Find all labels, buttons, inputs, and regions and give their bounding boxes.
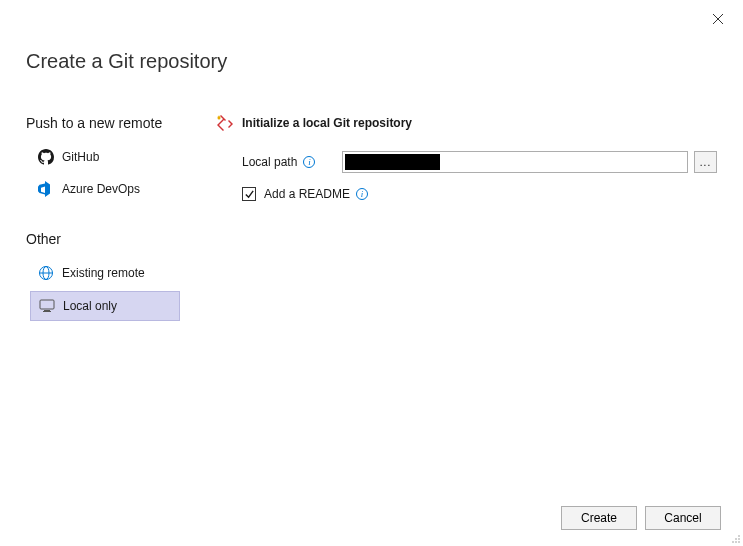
svg-point-8: [735, 538, 737, 540]
create-button[interactable]: Create: [561, 506, 637, 530]
svg-point-12: [738, 541, 740, 543]
sidebar-item-azure-devops[interactable]: Azure DevOps: [30, 175, 180, 203]
page-title: Create a Git repository: [26, 50, 227, 73]
svg-point-9: [738, 538, 740, 540]
panel-heading: Initialize a local Git repository: [242, 115, 412, 130]
sidebar-item-github[interactable]: GitHub: [30, 143, 180, 171]
sidebar: Push to a new remote GitHub Azure DevOps…: [26, 115, 206, 486]
sidebar-item-label: Existing remote: [62, 266, 145, 280]
resize-grip[interactable]: [729, 532, 741, 544]
svg-point-10: [732, 541, 734, 543]
local-path-input[interactable]: [342, 151, 688, 173]
sidebar-item-label: GitHub: [62, 150, 99, 164]
sidebar-section-push: Push to a new remote: [26, 115, 206, 131]
sidebar-item-existing-remote[interactable]: Existing remote: [30, 259, 180, 287]
info-icon[interactable]: i: [303, 156, 315, 168]
svg-rect-3: [40, 300, 54, 309]
check-icon: [244, 189, 255, 200]
sidebar-item-local-only[interactable]: Local only: [30, 291, 180, 321]
globe-icon: [38, 265, 54, 281]
browse-button[interactable]: ...: [694, 151, 717, 173]
github-icon: [38, 149, 54, 165]
readme-checkbox-label: Add a README i: [264, 187, 368, 201]
local-path-label: Local path i: [242, 155, 342, 169]
svg-rect-4: [44, 310, 50, 311]
main-panel: Initialize a local Git repository Local …: [206, 115, 717, 486]
close-icon: [712, 13, 724, 25]
svg-point-11: [735, 541, 737, 543]
svg-point-7: [738, 535, 740, 537]
dialog-footer: Create Cancel: [561, 506, 721, 530]
sidebar-item-label: Local only: [63, 299, 117, 313]
info-icon[interactable]: i: [356, 188, 368, 200]
close-button[interactable]: [711, 12, 725, 26]
svg-rect-5: [43, 311, 51, 312]
git-init-icon: [216, 115, 234, 133]
readme-checkbox[interactable]: [242, 187, 256, 201]
sidebar-section-other: Other: [26, 231, 206, 247]
azure-devops-icon: [38, 181, 54, 197]
desktop-icon: [39, 298, 55, 314]
cancel-button[interactable]: Cancel: [645, 506, 721, 530]
sidebar-item-label: Azure DevOps: [62, 182, 140, 196]
